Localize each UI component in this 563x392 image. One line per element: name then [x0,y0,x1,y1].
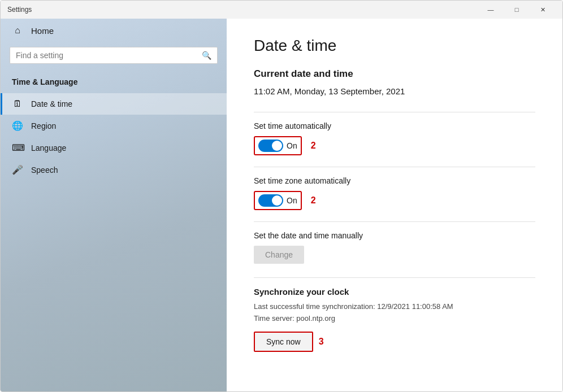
sidebar-item-label: Speech [31,165,58,175]
set-time-auto-row: Set time automatically On 2 [254,121,535,155]
set-timezone-auto-toggle-wrapper: On [254,191,302,210]
title-bar: Settings — □ ✕ [1,1,562,19]
search-icon: 🔍 [202,51,211,60]
minimize-button[interactable]: — [478,1,504,19]
current-date-heading: Current date and time [254,68,535,80]
sync-section: Synchronize your clock Last successful t… [254,287,535,352]
current-time-display: 11:02 AM, Monday, 13 September, 2021 [254,86,535,96]
home-label: Home [31,26,54,36]
window-controls: — □ ✕ [478,1,556,19]
sidebar-item-region[interactable]: 🌐 Region [1,115,227,137]
set-timezone-auto-annotation: 2 [311,195,316,206]
divider-4 [254,277,535,278]
set-time-auto-state: On [287,141,297,150]
sidebar-item-language[interactable]: ⌨ Language [1,137,227,159]
section-title: Time & Language [1,73,227,93]
set-time-auto-toggle[interactable] [258,140,283,152]
toggle-knob-2 [272,195,282,206]
sidebar-item-speech[interactable]: 🎤 Speech [1,159,227,181]
search-input[interactable] [16,51,197,60]
region-icon: 🌐 [12,120,23,131]
set-timezone-auto-row: Set time zone automatically On 2 [254,176,535,210]
set-timezone-auto-label: Set time zone automatically [254,176,535,185]
sync-now-container: Sync now 3 [254,332,535,352]
set-timezone-auto-toggle-container: On 2 [254,191,535,210]
language-icon: ⌨ [12,142,23,153]
sync-now-annotation: 3 [319,337,324,347]
window-content: ⌂ Home 🔍 Time & Language 🗓 Date & time 🌐… [1,19,562,391]
manual-change-section: Set the date and time manually Change [254,231,535,264]
sidebar-item-label: Language [31,143,66,153]
divider-3 [254,221,535,222]
toggle-knob [272,141,282,151]
divider-2 [254,167,535,167]
speech-icon: 🎤 [12,164,23,175]
sync-now-button[interactable]: Sync now [254,332,313,352]
window-title: Settings [7,6,32,14]
main-content: Date & time Current date and time 11:02 … [227,19,562,391]
sidebar-item-home[interactable]: ⌂ Home [1,19,227,42]
sync-info-line2: Time server: pool.ntp.org [254,313,535,325]
search-box[interactable]: 🔍 [10,47,218,64]
set-time-auto-label: Set time automatically [254,121,535,130]
sidebar-item-label: Date & time [31,99,72,108]
divider-1 [254,112,535,112]
change-button[interactable]: Change [254,246,304,264]
close-button[interactable]: ✕ [530,1,556,19]
sidebar: ⌂ Home 🔍 Time & Language 🗓 Date & time 🌐… [1,19,227,391]
manual-label: Set the date and time manually [254,231,535,240]
maximize-button[interactable]: □ [504,1,530,19]
page-title: Date & time [254,37,535,55]
set-time-auto-toggle-container: On 2 [254,136,535,155]
settings-window: Settings — □ ✕ ⌂ Home 🔍 Time & Language [0,0,563,392]
set-timezone-auto-state: On [287,196,297,205]
date-time-icon: 🗓 [12,99,23,109]
sync-heading: Synchronize your clock [254,287,535,297]
sidebar-item-label: Region [31,121,56,130]
home-icon: ⌂ [12,25,23,36]
set-time-auto-toggle-wrapper: On [254,136,302,155]
sidebar-item-date-time[interactable]: 🗓 Date & time [1,93,227,115]
set-time-auto-annotation: 2 [311,141,316,151]
sync-info-line1: Last successful time synchronization: 12… [254,301,535,313]
sync-info: Last successful time synchronization: 12… [254,301,535,325]
set-timezone-auto-toggle[interactable] [258,194,283,207]
